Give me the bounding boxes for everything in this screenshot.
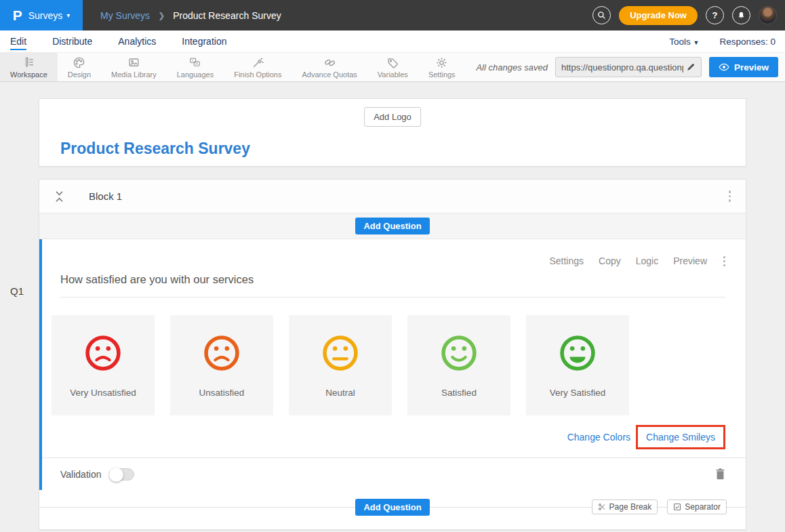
option-unsatisfied[interactable]: Unsatisfied	[170, 315, 273, 415]
svg-text:x: x	[192, 58, 194, 62]
question-text[interactable]: How satisfied are you with our services	[60, 273, 725, 298]
workspace-icon	[22, 56, 35, 69]
product-menu-label: Surveys	[28, 10, 63, 21]
option-very-satisfied[interactable]: Very Satisfied	[526, 315, 629, 415]
svg-text:A: A	[196, 62, 199, 66]
notifications-button[interactable]	[732, 6, 750, 24]
tab-integration[interactable]: Integration	[182, 36, 226, 47]
tools-menu[interactable]: Tools ▼	[669, 37, 699, 47]
smiley-very-satisfied-icon	[558, 333, 597, 375]
breadcrumb-separator-icon: ❯	[158, 11, 165, 20]
magic-wand-icon	[251, 56, 264, 69]
eye-icon	[719, 63, 729, 71]
block-header: Block 1	[39, 180, 746, 213]
validation-toggle[interactable]	[109, 468, 134, 480]
bell-icon	[737, 11, 746, 20]
collapse-block-icon[interactable]	[54, 190, 64, 203]
smiley-satisfied-icon	[439, 333, 479, 375]
survey-title[interactable]: Product Research Survey	[60, 140, 250, 158]
translate-icon: xA	[188, 56, 201, 69]
toolbar-item-design[interactable]: Design	[58, 53, 101, 81]
caret-down-icon: ▼	[693, 39, 700, 46]
search-icon	[597, 11, 606, 20]
survey-url-input[interactable]	[561, 62, 683, 73]
question-settings-link[interactable]: Settings	[549, 255, 584, 266]
user-avatar[interactable]	[759, 6, 777, 24]
survey-editor-canvas: Add Logo Product Research Survey Q1 Bloc…	[0, 82, 785, 530]
annotation-highlight-box: Change Smileys	[636, 425, 725, 449]
question-copy-link[interactable]: Copy	[599, 255, 621, 266]
question-number-label: Q1	[10, 285, 24, 297]
smiley-options: Very Unsatisfied Unsatisfied Neutral	[52, 315, 746, 415]
change-colors-link[interactable]: Change Colors	[567, 432, 630, 443]
question-logic-link[interactable]: Logic	[636, 255, 658, 266]
block-title[interactable]: Block 1	[89, 190, 122, 202]
toolbar-item-advance-quotas[interactable]: Advance Quotas	[291, 53, 367, 81]
chain-links-icon	[323, 56, 336, 69]
topbar-actions: Upgrade Now ?	[592, 6, 777, 25]
change-smileys-link[interactable]: Change Smileys	[646, 432, 715, 443]
option-neutral[interactable]: Neutral	[289, 315, 392, 415]
validation-label: Validation	[60, 469, 101, 480]
editor-toolbar: Workspace Design Media Library xA Langua…	[0, 52, 785, 82]
survey-header-card: Add Logo Product Research Survey	[39, 98, 746, 167]
block-footer-strip: Add Question Page Break Separator	[39, 490, 746, 524]
toolbar-item-variables[interactable]: Variables	[367, 53, 418, 81]
search-button[interactable]	[592, 6, 611, 24]
toolbar-item-settings[interactable]: Settings	[418, 53, 466, 81]
toolbar-item-languages[interactable]: xA Languages	[167, 53, 224, 81]
question-preview-link[interactable]: Preview	[673, 255, 707, 266]
gear-icon	[435, 56, 448, 69]
checkbox-checked-icon	[673, 503, 681, 511]
questionpro-logo: P	[13, 8, 22, 22]
section-tabs: Edit Distribute Analytics Integration To…	[0, 30, 785, 52]
breadcrumb: My Surveys ❯ Product Research Survey	[100, 10, 281, 21]
delete-question-trash-icon[interactable]	[715, 468, 725, 480]
tag-icon	[386, 56, 399, 69]
add-question-button-bottom[interactable]: Add Question	[355, 499, 429, 516]
tab-edit[interactable]: Edit	[10, 36, 26, 47]
question-q1: Settings Copy Logic Preview How satisfie…	[39, 239, 746, 490]
help-button[interactable]: ?	[706, 6, 724, 24]
smiley-very-unsatisfied-icon	[83, 333, 123, 375]
preview-button[interactable]: Preview	[709, 57, 778, 77]
survey-url-field[interactable]	[555, 57, 702, 77]
option-satisfied[interactable]: Satisfied	[407, 315, 510, 415]
breadcrumb-my-surveys[interactable]: My Surveys	[100, 10, 150, 21]
add-logo-button[interactable]: Add Logo	[364, 107, 421, 127]
autosave-status: All changes saved	[476, 62, 548, 73]
edit-pencil-icon[interactable]	[686, 62, 696, 72]
image-icon	[127, 56, 140, 69]
page-break-button[interactable]: Page Break	[592, 499, 658, 514]
separator-button[interactable]: Separator	[667, 499, 727, 514]
upgrade-now-button[interactable]: Upgrade Now	[619, 6, 698, 25]
question-menu-kebab-icon[interactable]	[723, 256, 725, 266]
smiley-neutral-icon	[321, 333, 360, 375]
toolbar-item-finish-options[interactable]: Finish Options	[224, 53, 291, 81]
add-question-strip-top: Add Question	[39, 213, 746, 239]
palette-icon	[73, 56, 85, 69]
validation-row: Validation	[42, 457, 746, 490]
tab-analytics[interactable]: Analytics	[118, 36, 156, 47]
toolbar-item-media-library[interactable]: Media Library	[101, 53, 167, 81]
caret-down-icon: ▾	[66, 12, 70, 19]
block-card: Q1 Block 1 Add Question Settings Copy Lo…	[39, 179, 746, 530]
responses-count[interactable]: Responses: 0	[719, 37, 776, 47]
toolbar-item-workspace[interactable]: Workspace	[0, 53, 58, 81]
top-navbar: P Surveys ▾ My Surveys ❯ Product Researc…	[0, 0, 785, 30]
block-menu-kebab-icon[interactable]	[729, 190, 731, 202]
question-mark-icon: ?	[712, 10, 718, 20]
smiley-unsatisfied-icon	[202, 333, 241, 375]
breadcrumb-current-survey: Product Research Survey	[173, 10, 281, 21]
tab-distribute[interactable]: Distribute	[52, 36, 92, 47]
option-very-unsatisfied[interactable]: Very Unsatisfied	[52, 315, 155, 415]
product-switcher[interactable]: P Surveys ▾	[0, 0, 83, 30]
scissors-icon	[598, 503, 606, 511]
add-question-button-top[interactable]: Add Question	[355, 218, 429, 234]
